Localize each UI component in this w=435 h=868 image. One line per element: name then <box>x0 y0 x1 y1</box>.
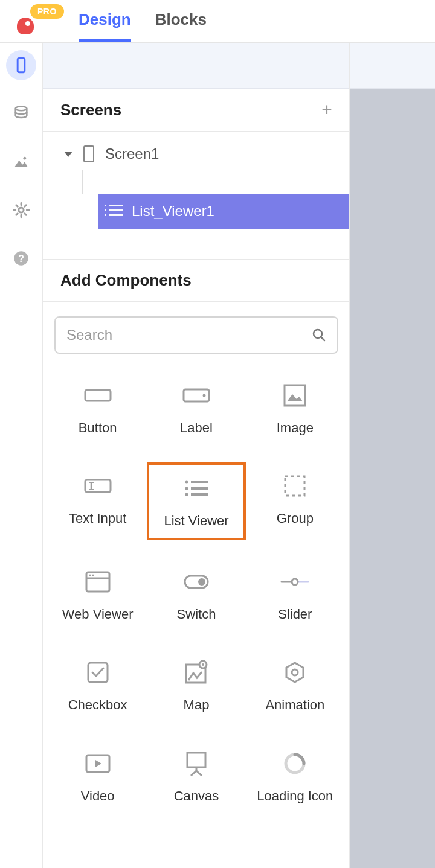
component-label: Text Input <box>69 511 126 526</box>
component-label: Slider <box>278 607 312 622</box>
svg-point-31 <box>292 579 298 585</box>
component-webviewer[interactable]: Web Viewer <box>48 558 147 631</box>
image-mountain-icon <box>13 153 30 170</box>
pro-badge: PRO <box>30 4 64 19</box>
svg-point-26 <box>92 574 94 576</box>
button-icon <box>84 388 112 403</box>
text-input-icon <box>84 477 112 495</box>
component-search-wrap <box>44 302 349 360</box>
component-label[interactable]: Label <box>147 372 245 444</box>
list-viewer-icon <box>184 479 209 498</box>
svg-text:?: ? <box>18 253 24 264</box>
tab-blocks[interactable]: Blocks <box>155 0 207 42</box>
left-icon-rail: ? <box>0 43 44 868</box>
rail-assets-button[interactable] <box>6 147 36 177</box>
svg-rect-8 <box>85 390 111 401</box>
component-slider[interactable]: Slider <box>246 558 344 631</box>
addcomponents-title: Add Components <box>60 271 192 290</box>
tree-child-label: List_Viewer1 <box>132 203 214 220</box>
map-icon <box>184 660 209 685</box>
database-icon <box>13 105 30 122</box>
component-label: Loading Icon <box>257 788 333 804</box>
component-listviewer[interactable]: List Viewer <box>147 462 245 540</box>
component-switch[interactable]: Switch <box>147 558 245 631</box>
component-button[interactable]: Button <box>48 372 147 444</box>
component-image[interactable]: Image <box>246 372 344 444</box>
component-search[interactable] <box>54 316 338 354</box>
svg-line-41 <box>196 771 202 776</box>
preview-area <box>350 43 435 868</box>
rail-design-button[interactable] <box>6 50 36 80</box>
component-label: Canvas <box>174 788 219 804</box>
switch-icon <box>183 574 210 590</box>
screens-tree: Screen1 List_Viewer1 <box>44 132 349 260</box>
web-viewer-icon <box>85 570 111 593</box>
main-area: ? Screens + Screen1 List_Viewer1 <box>0 43 435 868</box>
animation-icon <box>283 660 307 685</box>
video-icon <box>85 753 111 774</box>
svg-point-16 <box>185 481 188 484</box>
screens-title: Screens <box>60 101 121 120</box>
tree-connector <box>82 170 83 194</box>
list-icon <box>106 205 123 218</box>
svg-rect-17 <box>191 481 208 483</box>
component-label: Map <box>184 697 210 713</box>
header-tabs: Design Blocks <box>79 0 207 42</box>
rail-help-button[interactable]: ? <box>6 243 36 273</box>
component-textinput[interactable]: Text Input <box>48 462 147 540</box>
help-icon: ? <box>13 250 30 267</box>
canvas-icon <box>184 750 209 777</box>
loading-icon <box>283 752 307 776</box>
tab-design[interactable]: Design <box>79 0 131 42</box>
addcomponents-header: Add Components <box>44 260 349 302</box>
preview-top-strip-right <box>350 43 435 89</box>
component-animation[interactable]: Animation <box>246 649 344 721</box>
svg-point-28 <box>198 578 205 586</box>
component-search-input[interactable] <box>66 327 312 343</box>
svg-line-40 <box>191 771 196 776</box>
screens-header: Screens + <box>44 89 349 132</box>
checkbox-icon <box>86 661 109 684</box>
gear-icon <box>13 202 30 219</box>
svg-point-10 <box>202 394 205 397</box>
tree-row-screen[interactable]: Screen1 <box>44 138 349 170</box>
component-label: Checkbox <box>68 697 127 713</box>
screen-icon <box>83 145 94 162</box>
search-icon <box>312 328 326 342</box>
tree-row-listviewer[interactable]: List_Viewer1 <box>98 194 349 229</box>
component-checkbox[interactable]: Checkbox <box>48 649 147 721</box>
left-panel: Screens + Screen1 List_Viewer1 Add Compo… <box>44 43 350 868</box>
components-grid: Button Label Image Text Input <box>44 360 349 812</box>
component-loadingicon[interactable]: Loading Icon <box>246 740 344 812</box>
svg-point-25 <box>89 574 91 576</box>
image-icon <box>283 383 307 407</box>
component-label: Button <box>79 420 117 436</box>
component-video[interactable]: Video <box>48 740 147 812</box>
rail-settings-button[interactable] <box>6 195 36 225</box>
svg-rect-38 <box>187 753 205 767</box>
svg-rect-21 <box>191 493 208 496</box>
add-screen-button[interactable]: + <box>318 100 336 120</box>
top-bar: PRO Design Blocks <box>0 0 435 43</box>
component-label: Group <box>277 511 314 526</box>
phone-icon <box>13 57 30 74</box>
component-label: Label <box>180 420 213 436</box>
component-map[interactable]: Map <box>147 649 245 721</box>
svg-rect-22 <box>285 476 304 496</box>
svg-rect-19 <box>191 487 208 490</box>
svg-point-3 <box>19 208 24 212</box>
component-label: Video <box>81 788 115 804</box>
svg-rect-32 <box>88 663 108 682</box>
svg-line-7 <box>321 337 324 340</box>
component-group[interactable]: Group <box>246 462 344 540</box>
component-canvas[interactable]: Canvas <box>147 740 245 812</box>
thunkable-mascot-icon <box>17 18 34 34</box>
rail-data-button[interactable] <box>6 98 36 129</box>
component-label: Image <box>277 420 314 436</box>
svg-rect-11 <box>285 385 305 406</box>
svg-point-2 <box>24 157 27 160</box>
slider-icon <box>280 576 310 588</box>
tree-screen-label: Screen1 <box>105 145 159 162</box>
preview-top-strip <box>44 43 349 89</box>
component-label: List Viewer <box>164 513 228 529</box>
